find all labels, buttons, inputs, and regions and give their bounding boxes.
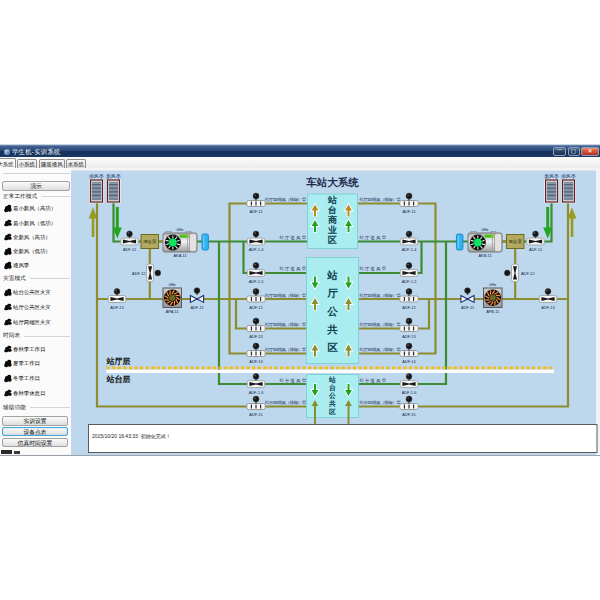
svg-text:ADF-1-5: ADF-1-5 (402, 279, 417, 284)
svg-text:区: 区 (327, 341, 338, 353)
svg-text:AKA-11: AKA-11 (173, 253, 186, 258)
svg-text:ADF-11: ADF-11 (402, 209, 415, 214)
svg-text:台: 台 (328, 205, 337, 215)
svg-text:站: 站 (327, 195, 337, 205)
svg-text:站厅送风管: 站厅送风管 (280, 235, 307, 240)
svg-text:ADF-11: ADF-11 (123, 247, 136, 252)
svg-text:ADF-11: ADF-11 (249, 209, 262, 214)
svg-text:ADF-12: ADF-12 (402, 305, 415, 310)
svg-text:站厅送风管: 站厅送风管 (280, 266, 307, 271)
svg-text:排风亭: 排风亭 (88, 173, 104, 179)
svg-text:站台送风管: 站台送风管 (360, 378, 387, 383)
svg-text:台: 台 (329, 384, 336, 392)
svg-text:站台回/排风（排烟）管: 站台回/排风（排烟）管 (360, 400, 402, 405)
svg-text:ADF-1-4: ADF-1-4 (249, 247, 265, 252)
svg-text:厅: 厅 (326, 287, 338, 299)
svg-text:区: 区 (329, 408, 336, 415)
svg-text:AKB-11: AKB-11 (478, 253, 491, 258)
svg-text:公: 公 (328, 392, 336, 400)
svg-text:0Hz: 0Hz (177, 227, 184, 232)
svg-text:新风亭: 新风亭 (106, 173, 121, 179)
svg-text:业: 业 (327, 225, 337, 235)
svg-text:排风亭: 排风亭 (560, 173, 576, 179)
svg-text:站厅层: 站厅层 (106, 357, 131, 366)
svg-text:ADF-11: ADF-11 (461, 305, 474, 310)
svg-text:ADF-1-6: ADF-1-6 (249, 390, 264, 395)
svg-text:ADF-12: ADF-12 (132, 271, 145, 276)
svg-text:站厅回/排风（排烟）管: 站厅回/排风（排烟）管 (265, 293, 307, 298)
svg-text:区: 区 (328, 235, 337, 245)
svg-text:站厅回/排风（排烟）管: 站厅回/排风（排烟）管 (265, 347, 307, 352)
svg-text:ADF-1-6: ADF-1-6 (402, 390, 417, 395)
svg-text:APB-11: APB-11 (486, 309, 499, 314)
svg-text:ADF-14: ADF-14 (249, 359, 263, 364)
svg-text:ADF-14: ADF-14 (402, 359, 416, 364)
svg-text:ADF-12: ADF-12 (521, 271, 534, 276)
svg-text:ADF-13: ADF-13 (110, 305, 123, 310)
svg-text:新风亭: 新风亭 (544, 173, 559, 179)
svg-text:ADF-15: ADF-15 (402, 412, 415, 417)
svg-text:站厅回/排风（排烟）管: 站厅回/排风（排烟）管 (360, 347, 402, 352)
svg-text:0Hz: 0Hz (482, 227, 489, 232)
svg-text:ADF-1-5: ADF-1-5 (249, 279, 264, 284)
svg-text:站厅回/排风（排烟）管: 站厅回/排风（排烟）管 (265, 322, 307, 327)
svg-text:站厅回/排风（排烟）管: 站厅回/排风（排烟）管 (360, 322, 402, 327)
svg-text:ADF-15: ADF-15 (249, 412, 262, 417)
svg-text:共: 共 (326, 323, 338, 335)
svg-text:站厅送风管: 站厅送风管 (360, 235, 387, 240)
svg-text:ADF-1-4: ADF-1-4 (402, 247, 418, 252)
svg-text:站台层: 站台层 (106, 374, 131, 384)
svg-text:公: 公 (326, 305, 338, 317)
svg-text:车站大系统: 车站大系统 (306, 176, 359, 188)
svg-text:站厅送风管: 站厅送风管 (360, 266, 387, 271)
svg-text:ADF-13: ADF-13 (402, 334, 415, 339)
svg-text:站厅回/排风（排烟）管: 站厅回/排风（排烟）管 (265, 197, 307, 202)
svg-text:ADF-12: ADF-12 (249, 305, 262, 310)
svg-text:站台回/排风（排烟）管: 站台回/排风（排烟）管 (265, 400, 307, 405)
svg-text:商: 商 (328, 215, 337, 225)
svg-text:0Hz: 0Hz (169, 282, 176, 287)
svg-text:站: 站 (326, 269, 338, 281)
svg-text:站厅回/排风（排烟）管: 站厅回/排风（排烟）管 (360, 293, 402, 298)
svg-text:站厅回/排风（排烟）管: 站厅回/排风（排烟）管 (360, 197, 402, 202)
svg-text:站: 站 (328, 376, 336, 384)
svg-text:ADF-11: ADF-11 (190, 305, 203, 310)
svg-text:APA-11: APA-11 (166, 309, 179, 314)
svg-text:共: 共 (328, 400, 336, 408)
svg-text:ADF-13: ADF-13 (249, 334, 262, 339)
svg-text:ADF-11: ADF-11 (529, 247, 542, 252)
svg-text:站台送风管: 站台送风管 (280, 378, 307, 383)
svg-text:2015/10/20 16:43:33: 初始化完成！: 2015/10/20 16:43:33: 初始化完成！ (92, 433, 171, 440)
svg-text:0Hz: 0Hz (489, 282, 496, 287)
svg-text:ADF-13: ADF-13 (541, 305, 554, 310)
